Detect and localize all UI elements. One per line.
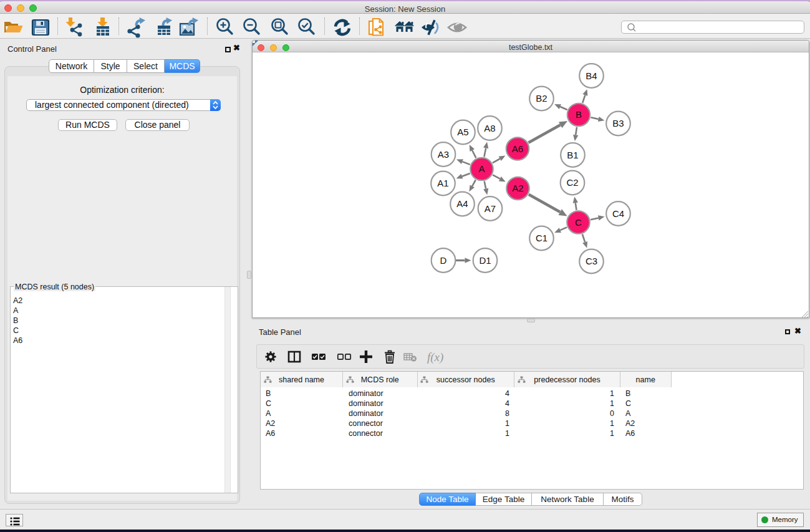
svg-text:B3: B3 [612, 118, 624, 128]
svg-text:A5: A5 [457, 127, 468, 137]
svg-text:B2: B2 [536, 93, 547, 104]
svg-text:A8: A8 [484, 123, 495, 133]
svg-text:C: C [575, 217, 582, 228]
svg-text:A3: A3 [438, 149, 449, 160]
svg-text:C1: C1 [536, 233, 547, 243]
svg-text:C3: C3 [586, 256, 597, 266]
svg-text:B1: B1 [567, 150, 578, 160]
svg-text:A6: A6 [512, 143, 523, 154]
svg-text:B4: B4 [586, 70, 597, 81]
svg-text:A: A [478, 163, 485, 174]
svg-text:A2: A2 [512, 183, 523, 193]
svg-text:D: D [440, 255, 447, 266]
svg-text:C2: C2 [566, 177, 578, 188]
svg-text:A7: A7 [485, 203, 496, 214]
svg-text:D1: D1 [479, 255, 491, 266]
svg-text:C4: C4 [612, 208, 624, 219]
svg-text:A4: A4 [456, 198, 468, 209]
svg-text:B: B [576, 109, 582, 120]
svg-text:A1: A1 [437, 178, 448, 188]
